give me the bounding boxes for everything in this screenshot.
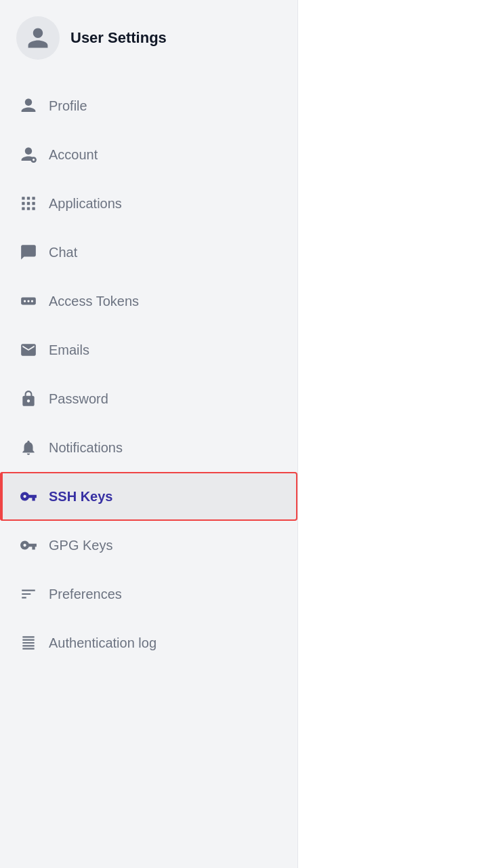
authentication-log-icon — [19, 633, 38, 652]
sidebar-item-label-notifications: Notifications — [49, 440, 123, 456]
svg-point-13 — [31, 300, 33, 302]
sidebar-item-authentication-log[interactable]: Authentication log — [0, 618, 297, 667]
sidebar-item-chat[interactable]: Chat — [0, 228, 297, 277]
sidebar-item-ssh-keys[interactable]: SSH Keys — [0, 472, 297, 521]
svg-rect-5 — [27, 202, 30, 205]
sidebar-item-label-profile: Profile — [49, 98, 87, 114]
main-content — [298, 0, 500, 868]
svg-rect-9 — [32, 207, 35, 210]
svg-rect-3 — [32, 197, 35, 199]
svg-rect-8 — [27, 207, 30, 210]
user-icon — [26, 26, 50, 50]
preferences-icon — [19, 585, 38, 604]
sidebar-item-label-gpg-keys: GPG Keys — [49, 538, 112, 553]
sidebar-item-label-authentication-log: Authentication log — [49, 635, 157, 651]
svg-rect-4 — [22, 202, 24, 205]
svg-point-11 — [24, 300, 26, 302]
profile-icon — [19, 96, 38, 115]
sidebar-item-label-applications: Applications — [49, 196, 122, 212]
sidebar-item-label-password: Password — [49, 391, 108, 407]
sidebar: User Settings Profile Account — [0, 0, 298, 868]
svg-rect-7 — [22, 207, 24, 210]
sidebar-item-gpg-keys[interactable]: GPG Keys — [0, 521, 297, 570]
emails-icon — [19, 340, 38, 359]
sidebar-item-preferences[interactable]: Preferences — [0, 570, 297, 618]
sidebar-item-label-preferences: Preferences — [49, 587, 122, 602]
sidebar-item-label-chat: Chat — [49, 245, 77, 260]
access-tokens-icon — [19, 292, 38, 311]
ssh-keys-icon — [19, 487, 38, 506]
sidebar-item-applications[interactable]: Applications — [0, 179, 297, 228]
gpg-keys-icon — [19, 536, 38, 555]
layout: User Settings Profile Account — [0, 0, 500, 868]
sidebar-item-notifications[interactable]: Notifications — [0, 423, 297, 472]
header: User Settings — [0, 0, 297, 81]
notifications-icon — [19, 438, 38, 457]
sidebar-item-label-ssh-keys: SSH Keys — [49, 489, 113, 505]
sidebar-item-label-access-tokens: Access Tokens — [49, 294, 139, 309]
sidebar-item-account[interactable]: Account — [0, 130, 297, 179]
sidebar-item-profile[interactable]: Profile — [0, 81, 297, 130]
sidebar-item-label-emails: Emails — [49, 342, 89, 358]
svg-rect-1 — [22, 197, 24, 199]
password-icon — [19, 389, 38, 408]
sidebar-item-password[interactable]: Password — [0, 374, 297, 423]
svg-rect-2 — [27, 197, 30, 199]
svg-point-12 — [27, 300, 29, 302]
sidebar-item-label-account: Account — [49, 147, 98, 163]
nav-list: Profile Account — [0, 81, 297, 667]
svg-rect-6 — [32, 202, 35, 205]
sidebar-item-emails[interactable]: Emails — [0, 326, 297, 374]
applications-icon — [19, 194, 38, 213]
account-icon — [19, 145, 38, 164]
avatar — [16, 16, 60, 60]
page-title: User Settings — [70, 29, 167, 47]
sidebar-item-access-tokens[interactable]: Access Tokens — [0, 277, 297, 326]
chat-icon — [19, 243, 38, 262]
